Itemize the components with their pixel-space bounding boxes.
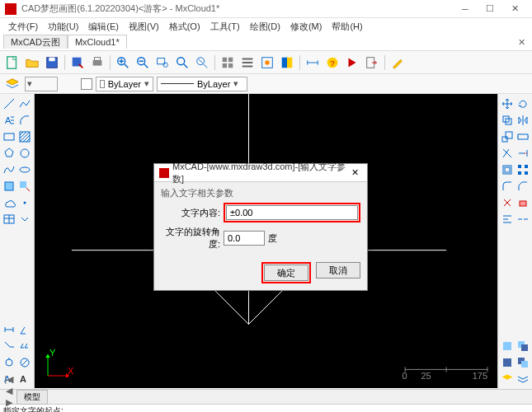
menu-M[interactable]: 修改(M) — [285, 19, 327, 35]
run-button[interactable] — [343, 54, 361, 72]
menu-F[interactable]: 文件(F) — [3, 19, 43, 35]
ellipse-tool[interactable] — [17, 162, 33, 178]
layer-freeze-tool[interactable] — [500, 354, 516, 371]
grid-button[interactable] — [219, 54, 237, 72]
color-button[interactable] — [278, 54, 296, 72]
rect-tool[interactable] — [2, 129, 17, 145]
mirror-tool[interactable] — [516, 112, 531, 129]
menu-T[interactable]: 工具(T) — [205, 19, 245, 35]
zoom-in-button[interactable] — [114, 54, 132, 72]
table-tool[interactable] — [2, 211, 17, 227]
layer-manager-button[interactable] — [3, 75, 21, 93]
insert-tool[interactable] — [17, 178, 33, 194]
pline-tool[interactable] — [17, 96, 33, 112]
menu-V[interactable]: 视图(V) — [124, 19, 164, 35]
new-file-button[interactable] — [3, 54, 21, 72]
layer-lock-tool[interactable] — [516, 354, 531, 371]
layer-on-tool[interactable] — [500, 371, 516, 387]
save-button[interactable] — [43, 54, 61, 72]
print-button[interactable] — [88, 54, 106, 72]
leader-tool[interactable] — [2, 338, 17, 354]
align-tool[interactable] — [500, 211, 516, 227]
explode-tool[interactable] — [500, 194, 516, 211]
fillet-tool[interactable] — [500, 178, 516, 194]
chain-tool[interactable] — [17, 338, 33, 354]
zoom-window-button[interactable] — [153, 54, 172, 72]
svg-rect-4 — [93, 60, 102, 65]
properties-button[interactable] — [258, 54, 276, 72]
mtext-tool[interactable]: A — [17, 371, 33, 387]
cloud-tool[interactable] — [2, 194, 17, 211]
rotate-tool[interactable] — [516, 96, 531, 112]
svg-rect-29 — [20, 181, 26, 188]
doc-tab[interactable]: MxCloud1* — [68, 35, 127, 49]
svg-text:X: X — [68, 366, 74, 376]
svg-rect-15 — [228, 63, 233, 67]
ok-button[interactable]: 确定 — [264, 265, 308, 281]
menu-O[interactable]: 格式(O) — [164, 19, 205, 35]
layer-iso-tool[interactable] — [500, 338, 516, 354]
saveas-button[interactable] — [68, 54, 87, 72]
svg-rect-54 — [518, 165, 521, 168]
layer-off-tool[interactable] — [516, 338, 531, 354]
pencil-button[interactable] — [388, 54, 407, 72]
dimdia-tool[interactable] — [17, 354, 33, 371]
line-tool[interactable] — [2, 96, 17, 112]
angledim-tool[interactable] — [17, 321, 33, 338]
maximize-button[interactable]: ☐ — [478, 2, 502, 16]
cancel-button[interactable]: 取消 — [316, 262, 360, 279]
rotation-angle-input[interactable] — [224, 231, 265, 246]
break-tool[interactable] — [516, 211, 531, 227]
doc-tab[interactable]: MxCAD云图 — [3, 35, 68, 49]
zoom-out-button[interactable] — [134, 54, 152, 72]
layers-button[interactable] — [238, 54, 257, 72]
hatch-tool[interactable] — [17, 129, 33, 145]
tab-close-icon[interactable]: ✕ — [518, 37, 525, 48]
zoom-extents-button[interactable] — [173, 54, 191, 72]
svg-rect-12 — [223, 57, 227, 61]
dialog-close-button[interactable]: ✕ — [347, 166, 362, 180]
text-content-input[interactable] — [226, 205, 358, 220]
dim-button[interactable] — [304, 54, 322, 72]
color-combo[interactable]: ByLayer▾ — [96, 77, 153, 91]
array-tool[interactable] — [516, 162, 531, 178]
erase-tool[interactable] — [516, 194, 531, 211]
help-button[interactable]: ? — [323, 54, 341, 72]
stretch-tool[interactable] — [516, 129, 531, 145]
block-tool[interactable] — [2, 178, 17, 194]
tab-nav[interactable]: ◀ — [3, 386, 15, 397]
copy-tool[interactable] — [500, 112, 516, 129]
more-tool[interactable] — [17, 211, 33, 227]
command-line-1: 指定文字的起点: — [0, 404, 532, 412]
layer-all-tool[interactable] — [516, 371, 531, 387]
text-tool[interactable]: A — [2, 112, 17, 129]
dimension-tool[interactable] — [2, 321, 17, 338]
tab-nav[interactable]: |◀ — [3, 374, 15, 386]
export-button[interactable] — [363, 54, 381, 72]
menu-U[interactable]: 功能(U) — [43, 19, 83, 35]
move-tool[interactable] — [500, 96, 516, 112]
minimize-button[interactable]: ─ — [453, 2, 478, 16]
model-tab[interactable]: 模型 — [16, 390, 48, 405]
point-tool[interactable] — [17, 194, 33, 211]
spline-tool[interactable] — [2, 162, 17, 178]
scale-tool[interactable] — [500, 129, 516, 145]
linetype-combo[interactable]: ByLayer▾ — [157, 77, 247, 91]
polygon-tool[interactable] — [2, 145, 17, 162]
zoom-previous-button[interactable] — [193, 54, 211, 72]
color-swatch[interactable] — [81, 78, 92, 90]
menu-D[interactable]: 绘图(D) — [245, 19, 285, 35]
trim-tool[interactable] — [500, 145, 516, 162]
close-button[interactable]: ✕ — [502, 2, 527, 16]
open-file-button[interactable] — [23, 54, 41, 72]
extend-tool[interactable] — [516, 145, 531, 162]
chamfer-tool[interactable] — [516, 178, 531, 194]
dimarc-tool[interactable] — [2, 354, 17, 371]
menu-H[interactable]: 帮助(H) — [327, 19, 367, 35]
offset-tool[interactable] — [500, 162, 516, 178]
layer-select[interactable]: ▾ — [25, 77, 58, 91]
circle-tool[interactable] — [17, 145, 33, 162]
arc-tool[interactable] — [17, 112, 33, 129]
menu-E[interactable]: 编辑(E) — [83, 19, 124, 35]
svg-rect-53 — [505, 167, 510, 172]
